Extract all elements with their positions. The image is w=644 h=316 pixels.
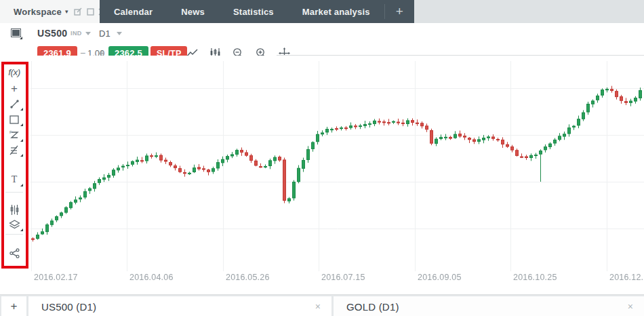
chart-tab-label: GOLD (D1) xyxy=(346,301,626,313)
tab-calendar[interactable]: Calendar xyxy=(100,0,167,23)
add-chart-tab-button[interactable]: + xyxy=(1,296,26,316)
chart-pane: 2016.02.172016.04.062016.05.262016.07.15… xyxy=(31,56,644,294)
objects-layers-button[interactable] xyxy=(5,217,24,232)
share-chart-button[interactable] xyxy=(5,245,24,260)
draw-line-tool-button[interactable] xyxy=(5,96,24,111)
chart-layout-icon[interactable] xyxy=(11,28,21,37)
maximize-icon[interactable] xyxy=(87,8,94,16)
chart-tab-gold[interactable]: GOLD (D1) × xyxy=(334,296,644,316)
chart-header-row: US500 IND D1 xyxy=(0,23,644,42)
x-axis-label: 2016.02.17 xyxy=(34,273,78,282)
symbol-caret-icon[interactable] xyxy=(85,32,91,35)
compare-symbols-button[interactable] xyxy=(5,202,24,217)
x-axis-label: 2016.09.05 xyxy=(418,273,462,282)
drawing-toolbar: f(x) + F T xyxy=(0,42,31,294)
timeframe-select[interactable]: D1 xyxy=(99,28,110,39)
text-tool-button[interactable]: T xyxy=(5,172,24,187)
draw-shape-tool-button[interactable] xyxy=(5,112,24,127)
close-tab-icon[interactable]: × xyxy=(314,301,322,312)
add-workspace-tab-button[interactable]: + xyxy=(385,0,414,23)
crosshair-tool-button[interactable]: + xyxy=(5,81,24,96)
trading-platform-window: Workspace ▾ Calendar News Statistics Mar… xyxy=(0,0,644,316)
indicators-button[interactable]: f(x) xyxy=(5,64,24,79)
toolbar-divider xyxy=(5,234,23,235)
tab-market-analysis[interactable]: Market analysis xyxy=(288,0,384,23)
x-axis-label: 2016.10.25 xyxy=(513,273,557,282)
candlestick-chart[interactable] xyxy=(31,56,644,294)
toolbar-divider xyxy=(5,192,23,193)
workspace-label: Workspace xyxy=(14,7,62,17)
instrument-type-badge: IND xyxy=(71,30,82,37)
x-axis-label: 2016.05.26 xyxy=(226,273,270,282)
timeframe-caret-icon[interactable] xyxy=(117,32,122,35)
edit-icon[interactable] xyxy=(74,7,83,16)
fibonacci-tool-button[interactable] xyxy=(5,142,24,157)
tab-news[interactable]: News xyxy=(167,0,219,23)
workspace-caret-icon[interactable]: ▾ xyxy=(65,8,68,15)
bottom-tab-bar: + US500 (D1) × GOLD (D1) × xyxy=(0,294,644,316)
chart-tab-us500[interactable]: US500 (D1) × xyxy=(28,296,331,316)
workspace-menu[interactable]: Workspace ▾ xyxy=(0,0,100,23)
chart-tab-label: US500 (D1) xyxy=(41,301,314,313)
symbol-name[interactable]: US500 xyxy=(37,28,67,39)
close-tab-icon[interactable]: × xyxy=(626,301,635,312)
top-bar: Workspace ▾ Calendar News Statistics Mar… xyxy=(0,0,644,23)
elliott-wave-tool-button[interactable]: F xyxy=(5,127,24,142)
tab-statistics[interactable]: Statistics xyxy=(219,0,288,23)
x-axis-label: 2016.07.15 xyxy=(321,273,365,282)
x-axis-label: 2016.04.06 xyxy=(129,273,174,282)
x-axis-label: 2016.12.14 xyxy=(609,273,644,282)
top-tabstrip: Calendar News Statistics Market analysis… xyxy=(100,0,414,23)
